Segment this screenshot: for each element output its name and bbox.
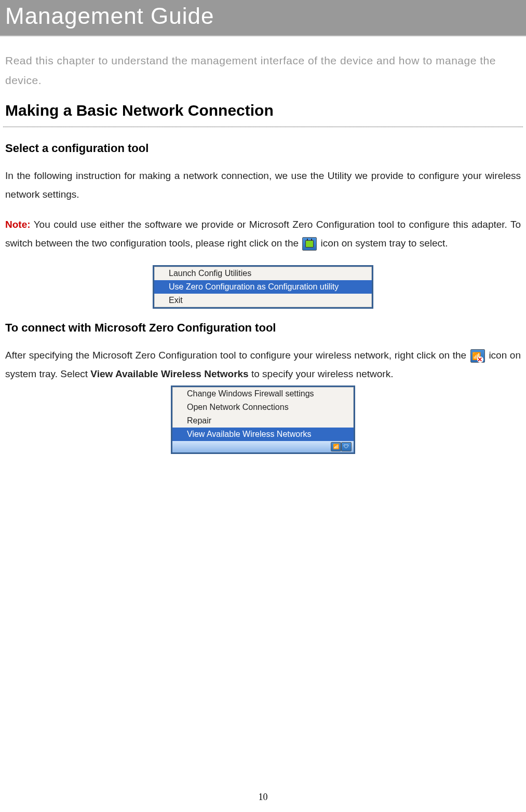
tray-mini-icon-2: 🛡 xyxy=(341,442,352,451)
section1-note: Note: You could use either the software … xyxy=(0,204,526,253)
menu1-item-zeroconfig[interactable]: Use Zero Configuration as Configuration … xyxy=(154,280,372,294)
section2-heading: To connect with Microsoft Zero Configura… xyxy=(0,309,526,335)
page-title: Management Guide xyxy=(5,3,214,29)
utility-tray-icon xyxy=(302,237,317,251)
page-number: 10 xyxy=(0,792,526,803)
section2-text-before: After specifying the Microsoft Zero Conf… xyxy=(5,350,469,361)
wireless-tray-icon xyxy=(470,349,485,363)
section1-para1: In the following instruction for making … xyxy=(0,155,526,204)
section1-heading: Select a configuration tool xyxy=(0,127,526,155)
section2-text-after: to specify your wireless network. xyxy=(249,368,394,379)
tray-mini-icon-1: 📶 xyxy=(331,442,341,451)
section-heading-main: Making a Basic Network Connection xyxy=(0,90,526,126)
menu1-item-exit[interactable]: Exit xyxy=(154,294,372,307)
menu2-item-firewall[interactable]: Change Windows Firewall settings xyxy=(172,387,354,401)
menu1-item-launch[interactable]: Launch Config Utilities xyxy=(154,267,372,280)
menu2-item-repair[interactable]: Repair xyxy=(172,414,354,428)
context-menu-2: Change Windows Firewall settings Open Ne… xyxy=(171,386,355,454)
menu2-item-view-networks[interactable]: View Available Wireless Networks xyxy=(172,428,354,441)
note-label: Note: xyxy=(5,219,31,230)
intro-paragraph: Read this chapter to understand the mana… xyxy=(0,36,526,90)
context-menu-1: Launch Config Utilities Use Zero Configu… xyxy=(153,265,373,309)
section2-para: After specifying the Microsoft Zero Conf… xyxy=(0,335,526,383)
menu2-item-open-connections[interactable]: Open Network Connections xyxy=(172,401,354,414)
page-title-banner: Management Guide xyxy=(0,0,526,36)
section2-bold: View Available Wireless Networks xyxy=(90,368,248,379)
note-text-after: icon on system tray to select. xyxy=(318,238,448,249)
